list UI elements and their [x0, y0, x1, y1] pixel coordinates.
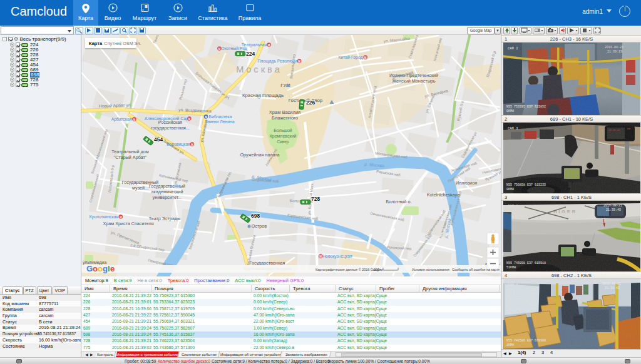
svg-text:Боровицкая: Боровицкая: [167, 142, 190, 147]
svg-text:Государственная: Государственная: [250, 260, 285, 266]
svg-text:государственная...: государственная...: [151, 125, 190, 131]
svg-text:Сквер: Сквер: [277, 139, 289, 144]
svg-text:Иоанно-Предтеченский: Иоанно-Предтеченский: [389, 73, 438, 78]
svg-text:Остров: Остров: [252, 223, 267, 229]
svg-text:Красная Площадь: Красная Площадь: [242, 93, 284, 98]
svg-text:Китай-Город: Китай-Город: [338, 55, 362, 60]
svg-text:Храм Христа Спасителя: Храм Христа Спасителя: [103, 221, 153, 226]
svg-text:Новокузнецкая: Новокузнецкая: [322, 254, 352, 259]
svg-text:226: 226: [306, 99, 315, 106]
svg-text:Кремлевский: Кремлевский: [270, 134, 297, 139]
svg-text:имени Ленина: имени Ленина: [206, 119, 234, 124]
svg-text:Болотный о.: Болотный о.: [386, 199, 411, 205]
svg-text:университет...: университет...: [153, 195, 182, 200]
svg-text:G: G: [86, 264, 93, 273]
svg-text:Театральный дом: Театральный дом: [111, 149, 148, 154]
svg-text:Театральная: Театральная: [242, 43, 267, 48]
svg-text:Kotelnicheskaya: Kotelnicheskaya: [427, 192, 459, 198]
svg-text:Блаженного: Блаженного: [272, 115, 298, 121]
svg-text:Александровский Сад: Александровский Сад: [145, 116, 188, 121]
svg-text:698: 698: [251, 213, 260, 219]
svg-text:o: o: [98, 264, 103, 273]
svg-text:Картографические данные © 2016: Картографические данные © 2016 Google: [315, 268, 381, 271]
svg-text:728: 728: [311, 196, 320, 202]
svg-text:Эл.: Эл.: [134, 41, 141, 46]
svg-text:Карта: Карта: [89, 41, 103, 46]
svg-text:M: M: [205, 116, 207, 119]
svg-text:музей...: музей...: [132, 185, 148, 191]
svg-text:224: 224: [246, 51, 255, 57]
svg-text:Кропоткинская: Кропоткинская: [90, 215, 119, 220]
svg-text:Государственный: Государственный: [149, 183, 185, 189]
svg-text:Большой: Большой: [274, 128, 292, 133]
svg-text:o: o: [93, 264, 98, 273]
svg-text:g: g: [103, 264, 108, 273]
svg-text:академический: академический: [151, 189, 183, 195]
svg-text:Условия использования: Условия использования: [412, 268, 449, 271]
svg-text:e: e: [110, 264, 115, 273]
svg-text:200 м: 200 м: [374, 268, 382, 271]
svg-text:Женский Монастырь: Женский Монастырь: [392, 78, 435, 84]
svg-text:"Старый Арбат": "Старый Арбат": [114, 154, 147, 160]
svg-text:Площадь Революции: Площадь Революции: [257, 59, 299, 64]
svg-text:М о с к в а: М о с к в а: [236, 64, 280, 74]
svg-text:Спутник: Спутник: [104, 41, 122, 46]
svg-text:Арбатская: Арбатская: [111, 117, 132, 122]
svg-text:Храм Василия: Храм Василия: [269, 109, 300, 115]
svg-text:OSM: OSM: [123, 41, 133, 46]
svg-text:454: 454: [154, 136, 163, 143]
svg-text:Иллюзион: Иллюзион: [456, 180, 477, 186]
svg-text:Охотный Ряд: Охотный Ряд: [221, 46, 247, 51]
svg-text:Оружейная палата: Оружейная палата: [240, 152, 280, 158]
svg-text:Библиотека: Библиотека: [209, 114, 232, 119]
svg-text:Театр Эстрады: Театр Эстрады: [149, 216, 181, 221]
svg-text:|: |: [120, 41, 121, 46]
